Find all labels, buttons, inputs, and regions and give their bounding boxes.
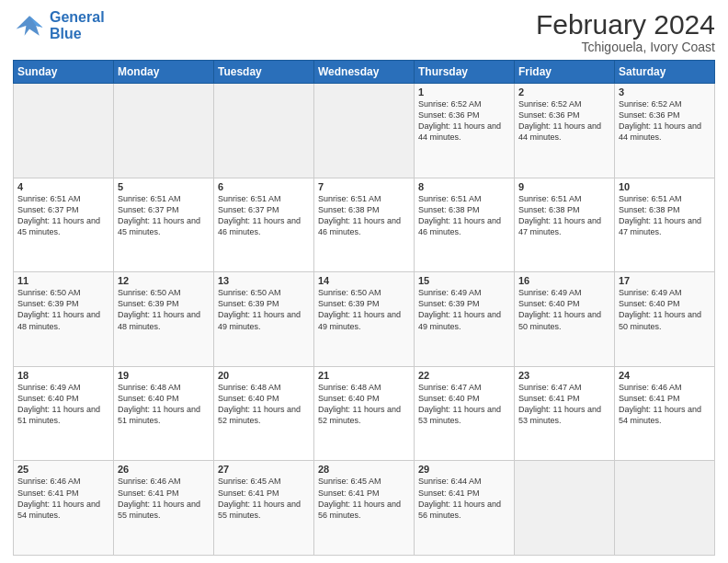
table-row: 2Sunrise: 6:52 AM Sunset: 6:36 PM Daylig… <box>515 84 615 178</box>
day-info: Sunrise: 6:46 AM Sunset: 6:41 PM Dayligh… <box>17 476 109 521</box>
calendar-header-sunday: Sunday <box>14 61 114 84</box>
day-number: 13 <box>218 275 310 286</box>
table-row: 7Sunrise: 6:51 AM Sunset: 6:38 PM Daylig… <box>314 178 415 272</box>
table-row: 11Sunrise: 6:50 AM Sunset: 6:39 PM Dayli… <box>14 272 114 367</box>
day-info: Sunrise: 6:50 AM Sunset: 6:39 PM Dayligh… <box>218 287 310 332</box>
day-info: Sunrise: 6:51 AM Sunset: 6:38 PM Dayligh… <box>418 193 510 238</box>
day-info: Sunrise: 6:46 AM Sunset: 6:41 PM Dayligh… <box>619 382 711 427</box>
month-title: February 2024 <box>536 9 715 40</box>
day-number: 26 <box>118 464 210 475</box>
day-number: 23 <box>518 370 610 381</box>
table-row <box>14 84 114 178</box>
day-info: Sunrise: 6:51 AM Sunset: 6:37 PM Dayligh… <box>218 193 310 238</box>
day-number: 21 <box>318 370 410 381</box>
table-row <box>314 84 415 178</box>
day-info: Sunrise: 6:50 AM Sunset: 6:39 PM Dayligh… <box>118 287 210 332</box>
day-number: 12 <box>118 275 210 286</box>
day-info: Sunrise: 6:52 AM Sunset: 6:36 PM Dayligh… <box>418 98 510 144</box>
table-row: 10Sunrise: 6:51 AM Sunset: 6:38 PM Dayli… <box>615 178 715 272</box>
calendar-week-row: 1Sunrise: 6:52 AM Sunset: 6:36 PM Daylig… <box>14 84 715 178</box>
table-row: 9Sunrise: 6:51 AM Sunset: 6:38 PM Daylig… <box>515 178 615 272</box>
table-row: 21Sunrise: 6:48 AM Sunset: 6:40 PM Dayli… <box>314 366 415 461</box>
day-number: 10 <box>619 181 711 192</box>
day-number: 3 <box>619 86 711 98</box>
table-row: 12Sunrise: 6:50 AM Sunset: 6:39 PM Dayli… <box>114 272 214 367</box>
logo-general: General <box>50 9 105 25</box>
day-number: 25 <box>17 464 109 475</box>
day-info: Sunrise: 6:47 AM Sunset: 6:41 PM Dayligh… <box>518 382 610 427</box>
day-number: 1 <box>418 86 510 98</box>
calendar-header-row: SundayMondayTuesdayWednesdayThursdayFrid… <box>14 61 715 84</box>
day-info: Sunrise: 6:44 AM Sunset: 6:41 PM Dayligh… <box>418 476 510 521</box>
day-info: Sunrise: 6:51 AM Sunset: 6:37 PM Dayligh… <box>118 193 210 238</box>
day-info: Sunrise: 6:45 AM Sunset: 6:41 PM Dayligh… <box>318 476 410 521</box>
header: General Blue February 2024 Tchigouela, I… <box>13 9 715 54</box>
page: General Blue February 2024 Tchigouela, I… <box>0 0 728 563</box>
day-number: 20 <box>218 370 310 381</box>
day-info: Sunrise: 6:47 AM Sunset: 6:40 PM Dayligh… <box>418 382 510 427</box>
day-info: Sunrise: 6:49 AM Sunset: 6:39 PM Dayligh… <box>418 287 510 332</box>
logo-bird-icon <box>13 9 46 42</box>
day-number: 24 <box>619 370 711 381</box>
day-info: Sunrise: 6:46 AM Sunset: 6:41 PM Dayligh… <box>118 476 210 521</box>
table-row: 14Sunrise: 6:50 AM Sunset: 6:39 PM Dayli… <box>314 272 415 367</box>
calendar-week-row: 25Sunrise: 6:46 AM Sunset: 6:41 PM Dayli… <box>14 461 715 556</box>
calendar-header-tuesday: Tuesday <box>214 61 314 84</box>
day-number: 15 <box>418 275 510 286</box>
table-row: 17Sunrise: 6:49 AM Sunset: 6:40 PM Dayli… <box>615 272 715 367</box>
table-row: 5Sunrise: 6:51 AM Sunset: 6:37 PM Daylig… <box>114 178 214 272</box>
table-row: 26Sunrise: 6:46 AM Sunset: 6:41 PM Dayli… <box>114 461 214 556</box>
day-info: Sunrise: 6:48 AM Sunset: 6:40 PM Dayligh… <box>318 382 410 427</box>
table-row <box>615 461 715 556</box>
calendar-header-monday: Monday <box>114 61 214 84</box>
title-block: February 2024 Tchigouela, Ivory Coast <box>536 9 715 54</box>
day-number: 11 <box>17 275 109 286</box>
table-row: 20Sunrise: 6:48 AM Sunset: 6:40 PM Dayli… <box>214 366 314 461</box>
calendar-header-saturday: Saturday <box>615 61 715 84</box>
calendar-header-wednesday: Wednesday <box>314 61 415 84</box>
day-number: 8 <box>418 181 510 192</box>
day-info: Sunrise: 6:49 AM Sunset: 6:40 PM Dayligh… <box>619 287 711 332</box>
day-number: 5 <box>118 181 210 192</box>
table-row: 4Sunrise: 6:51 AM Sunset: 6:37 PM Daylig… <box>14 178 114 272</box>
day-info: Sunrise: 6:52 AM Sunset: 6:36 PM Dayligh… <box>619 98 711 144</box>
calendar-header-friday: Friday <box>515 61 615 84</box>
day-number: 9 <box>518 181 610 192</box>
day-info: Sunrise: 6:48 AM Sunset: 6:40 PM Dayligh… <box>218 382 310 427</box>
table-row: 16Sunrise: 6:49 AM Sunset: 6:40 PM Dayli… <box>515 272 615 367</box>
day-number: 14 <box>318 275 410 286</box>
calendar-table: SundayMondayTuesdayWednesdayThursdayFrid… <box>13 60 715 556</box>
calendar-week-row: 4Sunrise: 6:51 AM Sunset: 6:37 PM Daylig… <box>14 178 715 272</box>
table-row: 15Sunrise: 6:49 AM Sunset: 6:39 PM Dayli… <box>415 272 515 367</box>
location: Tchigouela, Ivory Coast <box>536 40 715 54</box>
day-number: 18 <box>17 370 109 381</box>
day-number: 19 <box>118 370 210 381</box>
day-number: 28 <box>318 464 410 475</box>
calendar-week-row: 18Sunrise: 6:49 AM Sunset: 6:40 PM Dayli… <box>14 366 715 461</box>
day-number: 22 <box>418 370 510 381</box>
day-info: Sunrise: 6:49 AM Sunset: 6:40 PM Dayligh… <box>17 382 109 427</box>
table-row: 25Sunrise: 6:46 AM Sunset: 6:41 PM Dayli… <box>14 461 114 556</box>
day-number: 16 <box>518 275 610 286</box>
calendar-header-thursday: Thursday <box>415 61 515 84</box>
day-number: 7 <box>318 181 410 192</box>
day-info: Sunrise: 6:48 AM Sunset: 6:40 PM Dayligh… <box>118 382 210 427</box>
day-info: Sunrise: 6:50 AM Sunset: 6:39 PM Dayligh… <box>318 287 410 332</box>
day-info: Sunrise: 6:51 AM Sunset: 6:38 PM Dayligh… <box>318 193 410 238</box>
logo: General Blue <box>13 9 105 42</box>
table-row <box>114 84 214 178</box>
day-number: 29 <box>418 464 510 475</box>
day-info: Sunrise: 6:50 AM Sunset: 6:39 PM Dayligh… <box>17 287 109 332</box>
table-row: 19Sunrise: 6:48 AM Sunset: 6:40 PM Dayli… <box>114 366 214 461</box>
table-row: 29Sunrise: 6:44 AM Sunset: 6:41 PM Dayli… <box>415 461 515 556</box>
day-info: Sunrise: 6:52 AM Sunset: 6:36 PM Dayligh… <box>518 98 610 144</box>
day-info: Sunrise: 6:49 AM Sunset: 6:40 PM Dayligh… <box>518 287 610 332</box>
day-number: 2 <box>518 86 610 98</box>
table-row <box>515 461 615 556</box>
table-row: 18Sunrise: 6:49 AM Sunset: 6:40 PM Dayli… <box>14 366 114 461</box>
table-row: 28Sunrise: 6:45 AM Sunset: 6:41 PM Dayli… <box>314 461 415 556</box>
table-row: 27Sunrise: 6:45 AM Sunset: 6:41 PM Dayli… <box>214 461 314 556</box>
table-row <box>214 84 314 178</box>
table-row: 24Sunrise: 6:46 AM Sunset: 6:41 PM Dayli… <box>615 366 715 461</box>
day-number: 17 <box>619 275 711 286</box>
